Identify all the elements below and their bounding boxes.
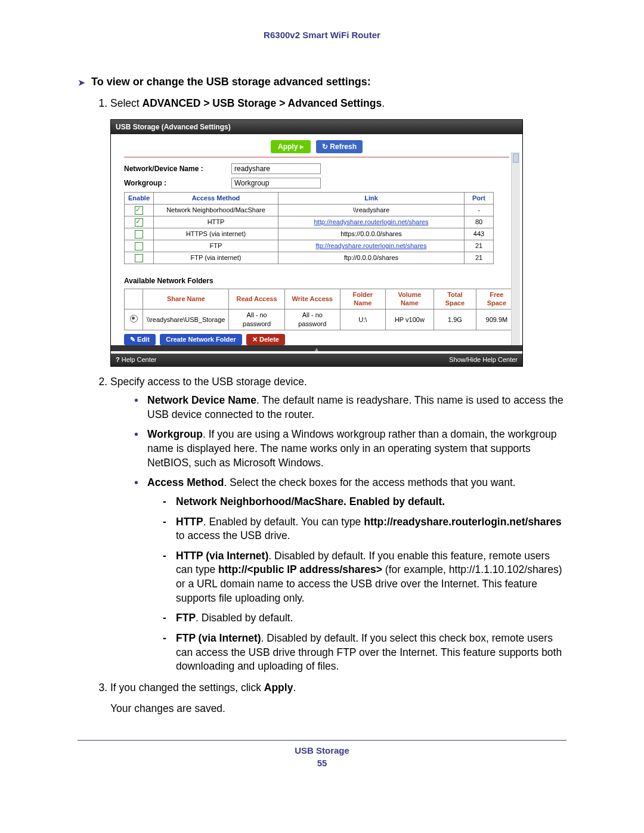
dash-http-internet: HTTP (via Internet). Disabled by default… [163,549,566,606]
netdev-input[interactable] [231,163,321,174]
table-row: HTTPS (via internet)https://0.0.0.0/shar… [125,228,494,240]
edit-button[interactable]: ✎ Edit [124,334,156,345]
step-2: Specify access to the USB storage device… [110,375,566,674]
delete-button[interactable]: ✕ Delete [246,334,285,345]
col-enable: Enable [125,193,154,205]
dash-ftp-internet: FTP (via Internet). Disabled by default.… [163,631,566,674]
col-total: Total Space [434,289,476,309]
step-1: Select ADVANCED > USB Storage > Advanced… [110,97,566,367]
bullet-access-method: Access Method. Select the check boxes fo… [134,476,566,674]
table-row: Network Neighborhood/MacShare\\readyshar… [125,204,494,216]
col-port: Port [465,193,494,205]
col-link: Link [278,193,465,205]
step3-result: Your changes are saved. [110,702,566,716]
workgroup-label: Workgroup : [124,178,231,188]
intro-line: ➤ To view or change the USB storage adva… [78,76,566,88]
table-row: HTTPhttp://readyshare.routerlogin.net/sh… [125,216,494,228]
enable-checkbox[interactable] [135,218,143,227]
scrollbar[interactable] [511,152,520,345]
intro-text: To view or change the USB storage advanc… [91,76,371,88]
col-read: Read Access [229,289,284,309]
col-folder: Folder Name [340,289,385,309]
enable-checkbox[interactable] [135,230,143,239]
dash-http: HTTP. Enabled by default. You can type h… [163,515,566,543]
apply-button[interactable]: Apply ▸ [271,140,311,153]
folders-heading: Available Network Folders [124,276,509,286]
page-header: R6300v2 Smart WiFi Router [78,30,566,40]
col-vol: Volume Name [385,289,434,309]
dash-macshare: Network Neighborhood/MacShare. Enabled b… [163,495,566,509]
panel-title: USB Storage (Advanced Settings) [111,120,522,134]
footer-section: USB Storage [78,745,566,755]
footer-rule [78,740,566,741]
table-row: FTPftp://readyshare.routerlogin.net/shar… [125,240,494,252]
steps-list: Select ADVANCED > USB Storage > Advanced… [78,97,566,716]
dash-ftp: FTP. Disabled by default. [163,611,566,625]
workgroup-input[interactable] [231,178,321,188]
access-link[interactable]: ftp://readyshare.routerlogin.net/shares [316,242,427,249]
step1-prefix: Select [110,97,143,109]
create-folder-button[interactable]: Create Network Folder [160,334,242,345]
enable-checkbox[interactable] [135,254,143,262]
access-methods-table: Enable Access Method Link Port Network N… [124,192,494,264]
showhide-help-link[interactable]: Show/Hide Help Center [449,355,518,364]
step1-path: ADVANCED > USB Storage > Advanced Settin… [143,97,382,109]
col-write: Write Access [284,289,340,309]
access-link[interactable]: http://readyshare.routerlogin.net/shares [314,218,428,225]
bullet-netdev: Network Device Name. The default name is… [134,394,566,422]
scrollbar-thumb[interactable] [513,153,519,163]
table-row: \\readyshare\USB_StorageAll - no passwor… [125,309,518,330]
expand-arrow-icon[interactable]: ▲ [111,345,522,351]
col-share: Share Name [143,289,229,309]
help-center-link[interactable]: Help Center [116,355,156,364]
step-3: If you changed the settings, click Apply… [110,681,566,716]
step2-text: Specify access to the USB storage device… [110,376,307,388]
enable-checkbox[interactable] [135,242,143,250]
table-row: FTP (via internet)ftp://0.0.0.0/shares21 [125,252,494,264]
step1-suffix: . [382,97,385,109]
select-radio[interactable] [130,315,138,323]
footer-page-number: 55 [78,758,566,768]
refresh-button[interactable]: ↻ Refresh [316,140,363,153]
enable-checkbox[interactable] [135,206,143,215]
document-page: R6300v2 Smart WiFi Router ➤ To view or c… [0,0,644,833]
netdev-label: Network/Device Name : [124,164,231,174]
col-method: Access Method [154,193,278,205]
bullet-workgroup: Workgroup. If you are using a Windows wo… [134,428,566,470]
router-ui-screenshot: USB Storage (Advanced Settings) Apply ▸ … [110,119,523,367]
page-footer: USB Storage 55 [78,745,566,768]
folders-table: Share Name Read Access Write Access Fold… [124,289,518,330]
triangle-icon: ➤ [78,77,85,88]
